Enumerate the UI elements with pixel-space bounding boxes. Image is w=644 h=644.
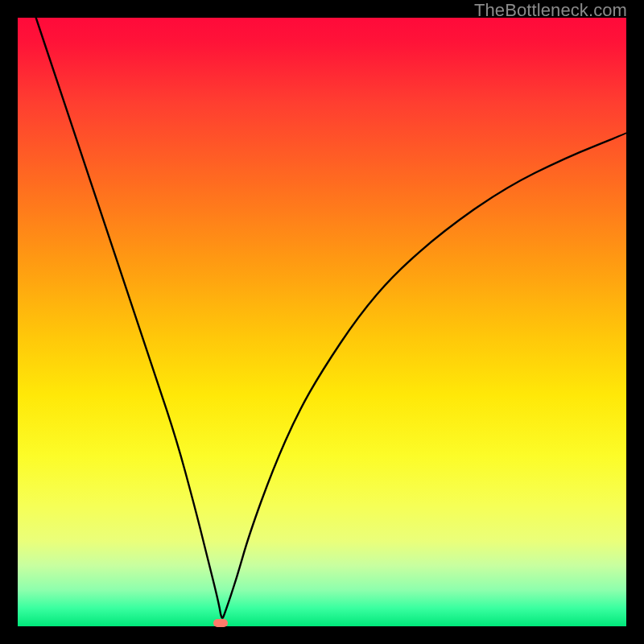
min-marker [213,619,228,627]
chart-frame: TheBottleneck.com [0,0,644,644]
plot-area [18,18,626,626]
watermark-text: TheBottleneck.com [474,0,627,21]
bottleneck-curve [18,18,626,626]
